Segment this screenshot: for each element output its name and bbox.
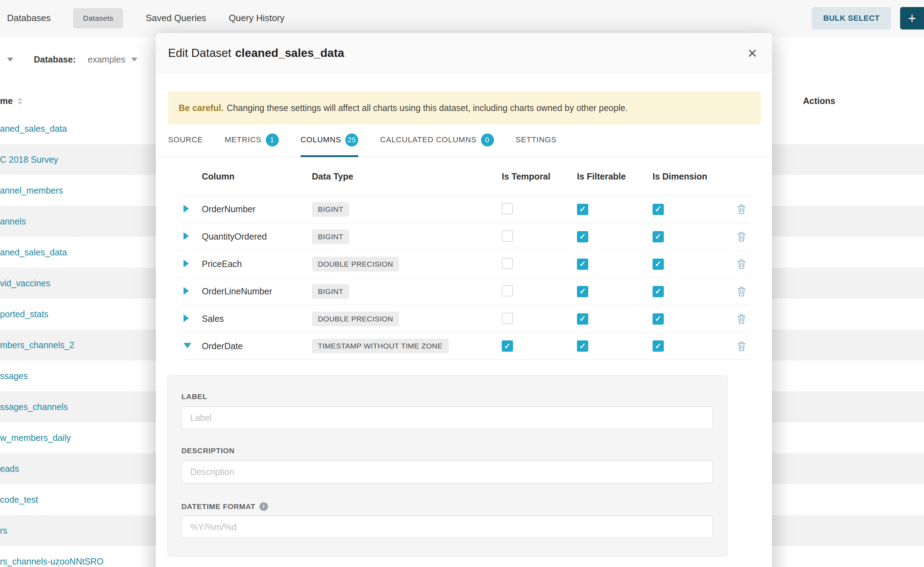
database-filter-value[interactable]: examples: [88, 54, 125, 64]
data-type-pill: DOUBLE PRECISION: [312, 257, 399, 272]
expand-caret-icon[interactable]: [184, 232, 189, 240]
dataset-link[interactable]: rs: [0, 525, 8, 536]
column-name: Sales: [202, 314, 312, 324]
dataset-link[interactable]: ssages_channels: [0, 402, 68, 412]
tab-metrics[interactable]: METRICS 1: [225, 124, 279, 157]
nav-tab-datasets[interactable]: Datasets: [73, 8, 123, 28]
modal-title-dataset-name: cleaned_sales_data: [235, 46, 344, 60]
tab-calculated-columns[interactable]: CALCULATED COLUMNS 0: [380, 124, 494, 157]
expand-caret-icon[interactable]: [184, 205, 189, 213]
datasets-page: Database: examples me Actions aned_sales…: [0, 0, 924, 567]
data-type-pill: BIGINT: [312, 230, 349, 244]
trash-icon[interactable]: [737, 204, 746, 214]
nav-actions: BULK SELECT +: [812, 7, 924, 30]
dataset-link[interactable]: aned_sales_data: [0, 248, 67, 258]
data-type-pill: DOUBLE PRECISION: [312, 312, 399, 326]
is-temporal-checkbox[interactable]: [502, 313, 513, 324]
dataset-link[interactable]: C 2018 Survey: [0, 154, 58, 165]
is-dimension-checkbox[interactable]: [653, 314, 664, 325]
expand-caret-icon[interactable]: [184, 260, 189, 267]
is-dimension-checkbox[interactable]: [653, 286, 664, 297]
is-filterable-checkbox[interactable]: [577, 314, 588, 325]
expand-caret-icon[interactable]: [184, 343, 191, 348]
trash-icon[interactable]: [737, 231, 746, 242]
is-dimension-checkbox[interactable]: [653, 204, 664, 215]
bulk-select-button[interactable]: BULK SELECT: [812, 7, 891, 30]
label-input[interactable]: [181, 406, 713, 429]
is-temporal-header: Is Temporal: [502, 171, 577, 182]
chevron-down-icon[interactable]: [7, 58, 14, 62]
add-dataset-button[interactable]: +: [900, 7, 924, 30]
tab-columns[interactable]: COLUMNS 25: [301, 124, 359, 157]
warning-banner: Be careful. Changing these settings will…: [168, 92, 761, 124]
tab-count-badge: 0: [481, 134, 494, 147]
column-name: OrderLineNumber: [202, 286, 312, 297]
tab-label: SOURCE: [168, 135, 203, 144]
trash-icon[interactable]: [737, 314, 746, 324]
data-type-pill: BIGINT: [312, 202, 349, 217]
is-temporal-checkbox[interactable]: [502, 340, 513, 352]
expand-caret-icon[interactable]: [184, 314, 189, 322]
sort-icon[interactable]: [18, 98, 23, 105]
dataset-link[interactable]: aned_sales_data: [0, 124, 67, 134]
column-name: OrderDate: [202, 341, 312, 351]
column-row: Sales DOUBLE PRECISION: [178, 305, 750, 332]
dataset-link[interactable]: eads: [0, 464, 19, 474]
is-temporal-checkbox[interactable]: [502, 231, 513, 242]
trash-icon[interactable]: [737, 286, 746, 297]
tab-label: CALCULATED COLUMNS: [380, 135, 476, 144]
tab-count-badge: 25: [345, 134, 358, 147]
trash-icon[interactable]: [737, 259, 746, 269]
dataset-link[interactable]: rs_channels-uzooNNtSRO: [0, 556, 104, 567]
trash-icon[interactable]: [737, 341, 746, 351]
nav-tabs: Databases Datasets Saved Queries Query H…: [7, 8, 284, 28]
is-filterable-checkbox[interactable]: [577, 231, 588, 242]
data-type-header: Data Type: [312, 171, 502, 182]
is-filterable-checkbox[interactable]: [577, 286, 588, 297]
name-column-header[interactable]: me: [0, 96, 13, 106]
is-dimension-checkbox[interactable]: [653, 258, 664, 270]
is-dimension-checkbox[interactable]: [653, 231, 664, 242]
nav-tab-query-history[interactable]: Query History: [229, 13, 284, 24]
dataset-link[interactable]: vid_vaccines: [0, 278, 50, 288]
column-row: QuantityOrdered BIGINT: [178, 223, 750, 250]
is-filterable-header: Is Filterable: [577, 171, 653, 182]
dataset-link[interactable]: annels: [0, 216, 26, 226]
description-input[interactable]: [181, 460, 713, 483]
is-filterable-checkbox[interactable]: [577, 340, 588, 352]
column-header: Column: [202, 171, 312, 182]
dataset-link[interactable]: w_members_daily: [0, 433, 71, 443]
is-temporal-checkbox[interactable]: [502, 285, 513, 297]
dataset-link[interactable]: ported_stats: [0, 309, 48, 320]
is-filterable-checkbox[interactable]: [577, 204, 588, 215]
expand-caret-icon[interactable]: [184, 287, 189, 295]
column-row: PriceEach DOUBLE PRECISION: [178, 250, 750, 278]
modal-tabs: SOURCE METRICS 1 COLUMNS 25 CALCULATED C…: [156, 124, 772, 158]
close-icon[interactable]: ×: [748, 45, 757, 61]
datetime-format-input[interactable]: [181, 516, 713, 538]
modal-title: Edit Dataset cleaned_sales_data: [168, 46, 344, 60]
dataset-link[interactable]: code_test: [0, 495, 38, 505]
nav-tab-databases[interactable]: Databases: [7, 13, 51, 24]
info-icon[interactable]: [259, 502, 268, 511]
tab-settings[interactable]: SETTINGS: [516, 124, 557, 157]
is-temporal-checkbox[interactable]: [502, 203, 513, 214]
datetime-format-field-label: DATETIME FORMAT: [181, 502, 712, 511]
column-row: OrderNumber BIGINT: [178, 195, 750, 223]
dataset-link[interactable]: mbers_channels_2: [0, 340, 74, 350]
is-temporal-checkbox[interactable]: [502, 258, 513, 269]
nav-tab-saved-queries[interactable]: Saved Queries: [146, 13, 206, 24]
is-filterable-checkbox[interactable]: [577, 258, 588, 270]
chevron-down-icon[interactable]: [131, 58, 137, 62]
description-field-label: DESCRIPTION: [181, 447, 712, 455]
warning-bold-text: Be careful.: [179, 103, 224, 113]
warning-text: Changing these settings will affect all …: [227, 103, 628, 113]
actions-column-header: Actions: [803, 96, 835, 106]
data-type-pill: BIGINT: [312, 284, 349, 299]
dataset-link[interactable]: ssages: [0, 371, 28, 381]
tab-count-badge: 1: [266, 134, 279, 147]
edit-dataset-modal: Edit Dataset cleaned_sales_data × Be car…: [156, 33, 772, 567]
dataset-link[interactable]: annel_members: [0, 186, 63, 196]
is-dimension-checkbox[interactable]: [653, 340, 664, 352]
tab-source[interactable]: SOURCE: [168, 124, 203, 157]
